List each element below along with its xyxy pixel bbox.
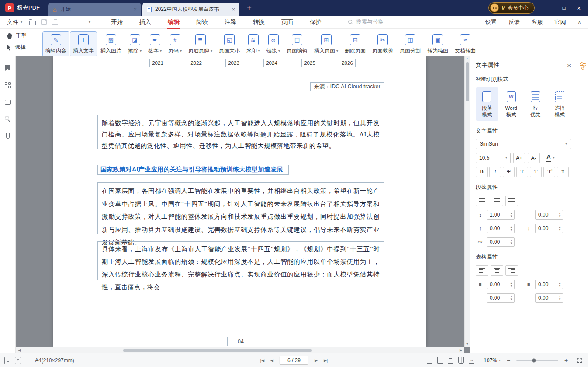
book-view-icon[interactable] <box>458 357 464 364</box>
scroll-up-icon[interactable]: ▲ <box>466 56 469 61</box>
bookmark-icon[interactable] <box>5 65 10 71</box>
hand-tool[interactable]: 手型 <box>7 32 38 40</box>
bold-button[interactable]: B <box>476 167 488 177</box>
collapse-ribbon-icon[interactable]: ∧ <box>578 20 581 24</box>
source-note-textbox[interactable]: 来源：IDC AI Cloud tracker <box>310 82 384 91</box>
last-page-button[interactable]: ▶| <box>324 358 328 363</box>
align-right-button[interactable] <box>505 196 518 206</box>
menu-item-page[interactable]: 页面 <box>273 16 301 29</box>
mode-line-first[interactable]: 行优先 <box>524 87 547 121</box>
page-number-textbox[interactable]: — 04 — <box>227 337 254 346</box>
underline-button[interactable]: T <box>516 167 528 177</box>
page-edit-button[interactable]: ▤ 页面编辑 <box>284 31 311 57</box>
zoom-slider[interactable] <box>516 360 558 361</box>
minimize-button[interactable]: ─ <box>542 0 557 16</box>
chart-year-label[interactable]: 2026 <box>339 59 356 67</box>
mode-select[interactable]: 选择模式 <box>549 87 571 121</box>
search-panel-icon[interactable] <box>5 116 10 122</box>
valign-middle-button[interactable] <box>491 265 503 276</box>
indent-spinner[interactable]: 0.00 ▲▼ <box>535 210 563 220</box>
space-after-spinner[interactable]: 0.00 ▲▼ <box>535 224 563 233</box>
insert-text-button[interactable]: T 插入文字 <box>70 31 97 57</box>
spin-down-icon[interactable]: ▼ <box>510 228 513 231</box>
close-panel-icon[interactable]: × <box>567 62 571 69</box>
settings-link[interactable]: 设置 <box>485 18 497 26</box>
tab-home[interactable]: ⌂ 开始 × <box>48 3 141 16</box>
character-border-button[interactable]: T <box>557 167 569 177</box>
erase-button[interactable]: ◪ 擦除▾ <box>125 31 145 57</box>
increase-font-button[interactable]: A+ <box>513 153 525 163</box>
edit-content-button[interactable]: ✎ 编辑内容 <box>42 31 69 57</box>
page-number-button[interactable]: # 页码▾ <box>165 31 185 57</box>
paragraph-textbox[interactable]: 具体来看，上海市发布《上海市人工智能产业发展“十四五”规划》，《规划》中提到“十… <box>97 241 384 280</box>
feedback-link[interactable]: 反馈 <box>508 18 520 26</box>
mode-word[interactable]: Word模式 <box>500 87 523 121</box>
font-size-select[interactable]: 10.5 ▾ <box>476 153 511 163</box>
print-icon[interactable] <box>52 21 58 25</box>
italic-button[interactable]: I <box>489 167 501 177</box>
cell-margin-top-spinner[interactable]: 0.00 ▲▼ <box>487 280 515 289</box>
horizontal-scrollbar[interactable]: ◀ ▶ <box>16 347 464 353</box>
zoom-level-select[interactable]: 107% ▾ <box>484 357 501 364</box>
watermark-button[interactable]: ≋ 水印▾ <box>243 31 263 57</box>
spin-down-icon[interactable]: ▼ <box>559 228 561 231</box>
paragraph-textbox[interactable]: 在国家层面，各国都在强调人工智能在发展中的重要性，并相继出台相关政策，希望在新一… <box>97 182 384 234</box>
fullscreen-icon[interactable] <box>577 358 582 363</box>
chevron-down-icon[interactable]: ▾ <box>89 21 90 24</box>
space-before-spinner[interactable]: 0.00 ▲▼ <box>487 224 515 233</box>
scroll-down-icon[interactable]: ▼ <box>466 342 469 347</box>
attachment-icon[interactable] <box>6 133 10 139</box>
zoom-in-button[interactable]: + <box>563 357 569 364</box>
cell-margin-bottom-spinner[interactable]: 0.00 ▲▼ <box>487 293 515 303</box>
header-footer-button[interactable]: ≣ 页眉页脚▾ <box>185 31 215 57</box>
menu-item-start[interactable]: 开始 <box>103 16 131 29</box>
scroll-left-icon[interactable]: ◀ <box>16 348 23 352</box>
two-page-view-icon[interactable] <box>437 357 443 364</box>
continuous-view-icon[interactable] <box>448 357 453 364</box>
spin-down-icon[interactable]: ▼ <box>510 284 513 287</box>
convert-to-image-button[interactable]: ▣ 转为纯图 <box>424 31 451 57</box>
page-layout-icon[interactable] <box>4 357 10 364</box>
superscript-button[interactable]: T <box>543 167 555 177</box>
website-link[interactable]: 官网 <box>555 18 566 26</box>
page-size-button[interactable]: ◱ 页面大小 <box>216 31 243 57</box>
spin-down-icon[interactable]: ▼ <box>510 215 513 217</box>
support-link[interactable]: 客服 <box>532 18 543 26</box>
next-page-button[interactable]: ▶ <box>315 358 318 363</box>
menu-item-read[interactable]: 阅读 <box>188 16 216 29</box>
cell-margin-right-spinner[interactable]: 0.00 ▲▼ <box>535 280 563 289</box>
vertical-scrollbar-thumb[interactable] <box>466 62 469 101</box>
chart-year-label[interactable]: 2024 <box>263 59 280 67</box>
chart-year-label[interactable]: 2021 <box>149 59 166 67</box>
section-heading-textbox[interactable]: 国家政策对AI产业应用的关注与引导将推动预训练大模型加速发展 <box>97 165 289 175</box>
strikethrough-button[interactable]: T <box>503 167 515 177</box>
file-menu[interactable]: 文件 ▾ <box>0 18 28 26</box>
page-crop-button[interactable]: ✂ 页面裁剪 <box>369 31 396 57</box>
select-tool[interactable]: 选择 <box>7 44 38 51</box>
spin-down-icon[interactable]: ▼ <box>510 242 513 245</box>
menu-item-annotate[interactable]: 注释 <box>216 16 245 29</box>
menu-item-convert[interactable]: 转换 <box>245 16 273 29</box>
char-spacing-spinner[interactable]: 0.00 ▲▼ <box>487 237 515 247</box>
first-page-button[interactable]: |◀ <box>260 358 264 363</box>
spin-down-icon[interactable]: ▼ <box>559 298 561 301</box>
paragraph-textbox[interactable]: 随着数字经济、元宇宙等概念的逐渐兴起，人工智能进入大规模落地应用的关键时期，但其… <box>97 115 384 149</box>
spin-down-icon[interactable]: ▼ <box>510 298 513 301</box>
close-button[interactable]: × <box>571 0 586 16</box>
signature-button[interactable]: ✒ 签字▾ <box>145 31 165 57</box>
tab-close-icon[interactable]: × <box>232 6 235 13</box>
zoom-out-button[interactable]: − <box>505 357 512 364</box>
scroll-right-icon[interactable]: ▶ <box>457 348 464 352</box>
fit-width-view-icon[interactable] <box>469 357 474 364</box>
delete-page-button[interactable]: ⊟ 删除页面 <box>342 31 369 57</box>
page-split-button[interactable]: ◫ 页面分割 <box>397 31 424 57</box>
valign-top-button[interactable] <box>476 265 488 276</box>
menu-item-edit[interactable]: 编辑 <box>159 16 188 29</box>
properties-settings-icon[interactable] <box>580 63 586 68</box>
comment-icon[interactable] <box>5 100 11 105</box>
insert-image-button[interactable]: ▧ 插入图片 <box>97 31 125 57</box>
text-to-curves-button[interactable]: ≈ 文档转曲 <box>452 31 479 57</box>
valign-bottom-button[interactable] <box>505 265 518 276</box>
mode-paragraph[interactable]: 段落模式 <box>476 87 498 121</box>
decrease-font-button[interactable]: A- <box>528 153 540 163</box>
